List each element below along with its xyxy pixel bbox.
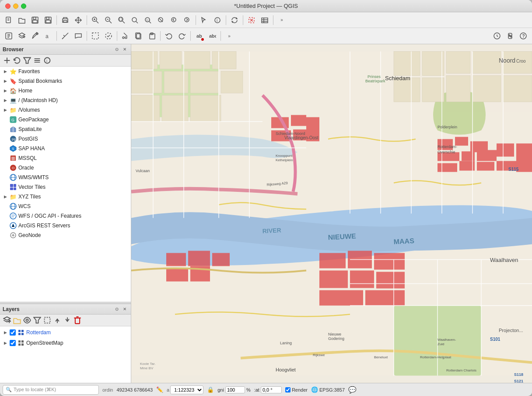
save-project-button[interactable] [29, 14, 41, 26]
arrow-home: ▶ [3, 88, 8, 93]
print-button[interactable] [59, 14, 71, 26]
map-canvas[interactable]: RIVER NIEUWE MAAS Schiedam Rotterdam Waa… [131, 44, 532, 383]
layers-visible-button[interactable] [23, 316, 32, 325]
layers-filter-button[interactable] [33, 316, 42, 325]
browser-item-favorites[interactable]: ▶ ⭐ Favorites [0, 67, 131, 76]
icon-vector-tiles [10, 184, 17, 191]
browser-item-oracle[interactable]: ▶ O Oracle [0, 163, 131, 173]
layers-move-up-button[interactable] [53, 316, 62, 325]
zoom-prev-button[interactable] [168, 14, 180, 26]
locate-bar[interactable]: 🔍 Type to locate (⌘K) [3, 385, 99, 395]
zoom-input[interactable] [225, 386, 245, 393]
zoom-layer-button[interactable] [116, 14, 128, 26]
svg-text:G: G [11, 118, 14, 122]
close-button[interactable] [5, 4, 10, 9]
redo-button[interactable] [176, 30, 188, 42]
browser-float-button[interactable]: ⊙ [113, 46, 120, 53]
python-button[interactable] [504, 30, 516, 42]
browser-item-macintosh[interactable]: ▶ 💻 / (Macintosh HD) [0, 95, 131, 105]
browser-item-spatialite[interactable]: ▶ SpatiaLite [0, 124, 131, 134]
scale-dropdown[interactable]: 1:122323 1:50000 1:25000 [170, 385, 203, 394]
layers-select-button[interactable] [43, 316, 52, 325]
digitize-button[interactable] [29, 30, 41, 42]
browser-resize-handle[interactable] [0, 302, 131, 304]
browser-info-button[interactable]: i [43, 56, 52, 65]
undo-button[interactable] [163, 30, 175, 42]
browser-item-saphana[interactable]: ▶ S SAP HANA [0, 144, 131, 153]
browser-item-geopackage[interactable]: ▶ G GeoPackage [0, 115, 131, 124]
svg-line-20 [122, 21, 125, 23]
annotate-button[interactable]: abc [206, 30, 218, 42]
minimize-button[interactable] [13, 4, 18, 9]
layer-rotterdam-checkbox[interactable] [10, 329, 16, 336]
layers-open-button[interactable] [13, 316, 21, 325]
browser-collapse-button[interactable] [33, 56, 42, 65]
add-layer-button[interactable] [16, 30, 28, 42]
select-all-button[interactable] [89, 30, 102, 42]
browser-item-postgis[interactable]: ▶ pg PostGIS [0, 134, 131, 144]
layer-osm[interactable]: ▶ OpenStreetMap [0, 338, 131, 348]
help-button[interactable]: ? [517, 30, 529, 42]
save-as-button[interactable]: + [42, 14, 54, 26]
more-tools-button[interactable]: » [276, 14, 288, 26]
browser-filter-button[interactable] [23, 56, 32, 65]
zoom-out-button[interactable] [102, 14, 115, 26]
plugins-button[interactable] [491, 30, 503, 42]
browser-item-home[interactable]: ▶ 🏠 Home [0, 86, 131, 95]
zoom-actual-button[interactable]: 1:1 [142, 14, 154, 26]
open-table-button[interactable] [259, 14, 271, 26]
cut-button[interactable] [119, 30, 132, 42]
deselect-button[interactable] [245, 14, 258, 26]
maximize-button[interactable] [21, 4, 26, 9]
zoom-label-g: gni [217, 387, 224, 392]
layers-float-button[interactable]: ⊙ [113, 306, 120, 313]
label-button[interactable]: ab [193, 30, 205, 42]
svg-rect-158 [319, 271, 348, 288]
browser-item-geonode[interactable]: ▶ GeoNode [0, 230, 131, 240]
browser-add-button[interactable] [3, 56, 11, 65]
browser-item-arcgis[interactable]: ▶ ArcGIS REST Servers [0, 221, 131, 230]
zoom-next-button[interactable] [181, 14, 193, 26]
browser-item-volumes[interactable]: ▶ 📁 /Volumes [0, 105, 131, 115]
crs-item[interactable]: 🌐 EPSG:3857 [311, 386, 345, 393]
map-tips-button[interactable] [72, 30, 84, 42]
layer-props-button[interactable] [3, 30, 15, 42]
paste-button[interactable] [146, 30, 158, 42]
map-svg: RIVER NIEUWE MAAS Schiedam Rotterdam Waa… [131, 44, 532, 383]
zoom-selection-button[interactable] [155, 14, 167, 26]
refresh-button[interactable] [228, 14, 241, 26]
browser-panel-header: Browser ⊙ ✕ [0, 44, 131, 55]
select-features-button[interactable] [198, 14, 210, 26]
spatial-select-button[interactable] [102, 30, 115, 42]
copy-button[interactable] [133, 30, 145, 42]
layer-rotterdam[interactable]: ▶ Rotterdam [0, 327, 131, 338]
browser-item-wms[interactable]: ▶ WMS/WMTS [0, 173, 131, 182]
zoom-extent-button[interactable] [129, 14, 141, 26]
new-project-button[interactable] [3, 14, 15, 26]
zoom-in-button[interactable] [89, 14, 102, 26]
rotation-input[interactable] [261, 386, 282, 393]
browser-item-vector-tiles[interactable]: ▶ Vector Tiles [0, 182, 131, 192]
browser-item-mssql[interactable]: ▶ MSSQL [0, 153, 131, 163]
edit-text-button[interactable]: a [42, 30, 54, 42]
browser-item-wcs[interactable]: ▶ WCS [0, 202, 131, 211]
measure-button[interactable] [59, 30, 71, 42]
layers-move-down-button[interactable] [63, 316, 72, 325]
browser-item-xyz[interactable]: ▶ 📁 XYZ Tiles [0, 192, 131, 202]
browser-item-bookmarks[interactable]: ▶ 🔖 Spatial Bookmarks [0, 76, 131, 86]
render-item: Render [285, 387, 308, 392]
identify-button[interactable]: i [211, 14, 224, 26]
layers-close-button[interactable]: ✕ [121, 306, 128, 313]
browser-refresh-button[interactable] [13, 56, 21, 65]
svg-point-63 [509, 35, 510, 35]
layers-add-button[interactable] [3, 316, 11, 325]
layer-osm-checkbox[interactable] [10, 340, 16, 346]
browser-close-button[interactable]: ✕ [121, 46, 128, 53]
more-edit-button[interactable]: » [223, 30, 235, 42]
svg-text:Koole Tar.: Koole Tar. [140, 362, 155, 366]
open-project-button[interactable] [16, 14, 28, 26]
pan-button[interactable] [72, 14, 84, 26]
layers-remove-button[interactable] [73, 316, 82, 325]
render-checkbox[interactable] [285, 387, 290, 392]
browser-item-wfs[interactable]: ▶ WFS / OGC API - Features [0, 211, 131, 221]
